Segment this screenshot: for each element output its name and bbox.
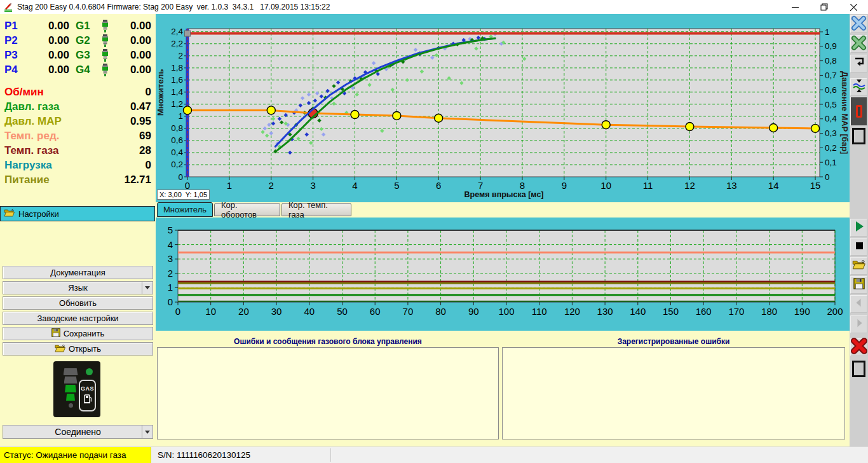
minimize-button[interactable] (780, 0, 810, 14)
svg-text:2,4: 2,4 (171, 27, 183, 36)
fit-curves-icon (851, 78, 867, 96)
digit-0-glyph (856, 105, 862, 118)
map-point[interactable] (770, 123, 778, 132)
map-point[interactable] (184, 106, 192, 114)
open-folder-icon (4, 209, 15, 219)
empty-indicator-square (852, 128, 865, 144)
oscilloscope-canvas[interactable]: 0123450102030405060708090100110120130140… (156, 218, 850, 331)
level-led-4 (66, 394, 75, 401)
svg-text:3: 3 (168, 253, 173, 264)
multiplier-chart[interactable]: X: 3,00 Y: 1,05 00,20,40,60,811,21,41,61… (156, 14, 850, 202)
injector-icon (101, 34, 112, 47)
svg-text:120: 120 (564, 306, 580, 317)
svg-text:0,1: 0,1 (825, 158, 837, 167)
delete-errors-button[interactable] (850, 338, 867, 356)
language-button[interactable]: Язык (3, 281, 153, 294)
save-file-icon (853, 278, 865, 292)
error-indicator (850, 360, 867, 378)
open-file-button[interactable] (850, 257, 867, 275)
gas-injector-label: G1 (76, 20, 101, 32)
step-forward-button[interactable] (850, 315, 867, 333)
svg-text:2: 2 (168, 268, 173, 279)
level-led-3 (65, 385, 76, 392)
registered-errors-list[interactable] (502, 347, 845, 439)
restore-button[interactable] (810, 0, 839, 14)
svg-text:130: 130 (597, 306, 613, 317)
parameter-label: Нагрузка (4, 159, 146, 172)
parameter-row: Темп. ред.69 (0, 128, 156, 143)
level-led-2 (64, 377, 78, 384)
svg-text:Давление MAP [бар]: Давление MAP [бар] (840, 71, 850, 154)
parameter-label: Давл. MAP (4, 115, 130, 128)
svg-text:0,6: 0,6 (825, 85, 837, 95)
chevron-down-icon (142, 425, 153, 438)
map-point[interactable] (267, 106, 275, 114)
window-title: Stag 200 Easy 0.4.0.6804 Firmware: Stag … (17, 3, 330, 11)
svg-text:11: 11 (643, 180, 653, 191)
digit-display-0 (850, 97, 867, 126)
svg-text:70: 70 (403, 306, 414, 317)
connection-dropdown[interactable]: Соединено (3, 425, 153, 439)
chart-tabs: МножительКор. оборотовКор. темп. газа (156, 202, 850, 218)
status-divider (330, 448, 331, 462)
injector-row: P30.00G30.00 (0, 48, 156, 62)
connection-value: Соединено (55, 427, 100, 437)
svg-text:180: 180 (761, 306, 777, 317)
green-cross-button[interactable] (850, 35, 867, 53)
button-label: Сохранить (64, 329, 105, 338)
svg-text:170: 170 (728, 306, 744, 317)
svg-text:6: 6 (436, 180, 441, 191)
svg-text:4: 4 (168, 239, 173, 250)
step-back-button[interactable] (850, 295, 867, 313)
map-point[interactable] (351, 111, 359, 119)
oscilloscope-chart[interactable]: 0123450102030405060708090100110120130140… (156, 218, 850, 331)
save-file-button[interactable] (850, 276, 867, 294)
svg-text:1: 1 (178, 111, 183, 121)
map-point[interactable] (686, 123, 694, 131)
close-button[interactable] (839, 0, 868, 14)
map-point[interactable] (602, 121, 610, 129)
right-toolbar (850, 14, 868, 446)
documentation-button[interactable]: Документация (3, 266, 153, 279)
map-point[interactable] (435, 114, 443, 122)
svg-text:0,4: 0,4 (171, 148, 183, 157)
delete-errors-icon (850, 337, 868, 357)
svg-text:0,9: 0,9 (825, 41, 837, 51)
save-button[interactable]: Сохранить (3, 327, 153, 340)
gas-time-value: 0.00 (112, 34, 151, 47)
fit-curves-button[interactable] (850, 78, 867, 96)
factory-settings-button[interactable]: Заводские настройки (3, 312, 153, 325)
play-button[interactable] (850, 219, 867, 237)
blue-cross-button[interactable] (850, 15, 867, 33)
svg-text:0,8: 0,8 (825, 56, 837, 66)
loop-refresh-button[interactable] (850, 55, 867, 73)
button-label: Документация (50, 268, 105, 277)
ecu-errors-list[interactable] (157, 347, 499, 439)
registered-errors-title: Зарегистрированные ошибки (502, 337, 845, 346)
gas-injector-label: G4 (76, 64, 101, 76)
play-icon (851, 219, 867, 237)
gas-time-value: 0.00 (112, 49, 151, 62)
parameter-label: Темп. газа (4, 144, 139, 157)
map-point[interactable] (393, 111, 401, 120)
open-button[interactable]: Открыть (3, 342, 153, 356)
parameter-value: 12.71 (124, 174, 151, 186)
svg-text:0,7: 0,7 (825, 71, 837, 80)
tab-multiplier[interactable]: Множитель (157, 202, 213, 217)
injector-icon (101, 49, 112, 62)
gas-switch-button[interactable]: GAS (79, 380, 96, 411)
settings-header-button[interactable]: Настройки (0, 206, 155, 221)
parameter-row: Об/мин0 (0, 85, 156, 99)
tab-rpm-correction[interactable]: Кор. оборотов (214, 203, 280, 216)
svg-text:4: 4 (352, 180, 357, 191)
chevron-down-icon[interactable] (142, 282, 153, 294)
tab-gas-temp-correction[interactable]: Кор. темп. газа (281, 203, 351, 216)
refresh-button[interactable]: Обновить (3, 296, 153, 310)
svg-text:9: 9 (562, 180, 567, 191)
svg-text:10: 10 (600, 180, 611, 191)
parameter-value: 0 (146, 159, 151, 172)
stop-button[interactable] (850, 238, 867, 256)
map-point[interactable] (811, 124, 820, 132)
loop-refresh-icon (851, 55, 867, 73)
multiplier-chart-canvas[interactable]: 00,20,40,60,811,21,41,61,822,22,400,10,2… (156, 14, 850, 202)
